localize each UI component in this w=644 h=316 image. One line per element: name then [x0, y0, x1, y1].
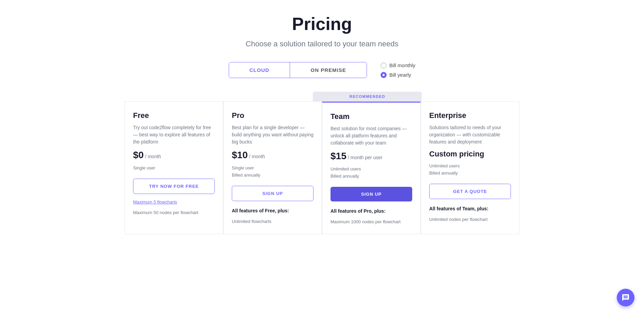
feature-pro-0: Unlimited flowcharts — [232, 219, 313, 224]
cta-button-enterprise[interactable]: GET A QUOTE — [429, 184, 511, 199]
plan-price-team: $15 / month per user — [331, 151, 412, 162]
cloud-toggle-btn[interactable]: CLOUD — [229, 62, 290, 78]
plan-card-team: Team Best solution for most companies — … — [322, 102, 421, 234]
user-line1-enterprise: Unlimited users — [429, 163, 511, 170]
plan-name-free: Free — [133, 111, 215, 120]
rec-spacer-3 — [425, 92, 519, 101]
feature-free-1: Maximum 50 nodes per flowchart — [133, 210, 215, 215]
plan-price-free: $0 / month — [133, 150, 215, 161]
plan-card-free: Free Try out code2flow completely for fr… — [125, 102, 223, 234]
user-info-pro: Single user Billed annually — [232, 165, 313, 179]
rec-spacer-1 — [125, 92, 219, 101]
user-info-enterprise: Unlimited users Billed annually — [429, 163, 511, 177]
plan-price-pro: $10 / month — [232, 150, 313, 161]
on-premise-toggle-btn[interactable]: ON PREMISE — [290, 62, 366, 78]
plan-description-pro: Best plan for a single developer — build… — [232, 124, 313, 146]
chat-bubble-button[interactable] — [617, 289, 634, 306]
controls-row: CLOUD ON PREMISE Bill monthly Bill yearl… — [125, 62, 519, 78]
bill-yearly-option[interactable]: Bill yearly — [381, 72, 416, 78]
cta-button-free[interactable]: TRY NOW FOR FREE — [133, 179, 215, 194]
chat-icon — [622, 294, 630, 302]
user-line2-team: Billed annually — [331, 173, 412, 180]
plan-card-enterprise: Enterprise Solutions tailored to needs o… — [421, 102, 519, 234]
plans-wrapper: RECOMMENDED Free Try out code2flow compl… — [125, 92, 519, 234]
page-title: Pricing — [125, 14, 519, 34]
features-header-team: All features of Pro, plus: — [331, 208, 412, 214]
features-header-pro: All features of Free, plus: — [232, 208, 313, 213]
page-subtitle: Choose a solution tailored to your team … — [125, 40, 519, 48]
recommended-badge: RECOMMENDED — [313, 92, 422, 101]
recommended-area: RECOMMENDED — [125, 92, 519, 101]
plan-description-team: Best solution for most companies — unloc… — [331, 125, 412, 147]
billing-options: Bill monthly Bill yearly — [381, 62, 416, 78]
feature-team-0: Maximum 1000 nodes per flowchart — [331, 219, 412, 224]
billing-type-toggle: CLOUD ON PREMISE — [229, 62, 367, 78]
plan-name-enterprise: Enterprise — [429, 111, 511, 120]
bill-yearly-label: Bill yearly — [389, 72, 411, 78]
user-line1-free: Single user — [133, 165, 215, 172]
price-period-pro: / month — [249, 154, 265, 159]
price-amount-free: $0 — [133, 150, 144, 161]
plan-card-pro: Pro Best plan for a single developer — b… — [223, 102, 322, 234]
cta-button-pro[interactable]: SIGN UP — [232, 186, 313, 201]
plan-name-pro: Pro — [232, 111, 313, 120]
bill-yearly-radio[interactable] — [381, 72, 387, 78]
rec-label-cell: RECOMMENDED — [313, 92, 425, 101]
user-line1-team: Unlimited users — [331, 166, 412, 173]
price-period-team: / month per user — [348, 155, 383, 160]
rec-spacer-2 — [219, 92, 313, 101]
features-header-enterprise: All features of Team, plus: — [429, 206, 511, 211]
cta-button-team[interactable]: SIGN UP — [331, 187, 412, 201]
bill-monthly-radio[interactable] — [381, 62, 387, 69]
price-period-free: / month — [145, 154, 161, 159]
bill-monthly-option[interactable]: Bill monthly — [381, 62, 416, 69]
user-info-team: Unlimited users Billed annually — [331, 166, 412, 180]
feature-enterprise-0: Unlimited nodes per flowchart — [429, 217, 511, 222]
plan-description-free: Try out code2flow completely for free — … — [133, 124, 215, 146]
plan-name-team: Team — [331, 112, 412, 121]
price-custom-enterprise: Custom pricing — [429, 150, 511, 159]
user-line2-enterprise: Billed annually — [429, 170, 511, 177]
plan-description-enterprise: Solutions tailored to needs of your orga… — [429, 124, 511, 146]
feature-free-0: Maximum 5 flowcharts — [133, 199, 215, 205]
price-amount-pro: $10 — [232, 150, 248, 161]
plans-row: Free Try out code2flow completely for fr… — [125, 101, 519, 234]
user-line1-pro: Single user — [232, 165, 313, 172]
user-line2-pro: Billed annually — [232, 172, 313, 179]
price-amount-team: $15 — [331, 151, 347, 162]
user-info-free: Single user — [133, 165, 215, 172]
bill-monthly-label: Bill monthly — [389, 62, 416, 68]
